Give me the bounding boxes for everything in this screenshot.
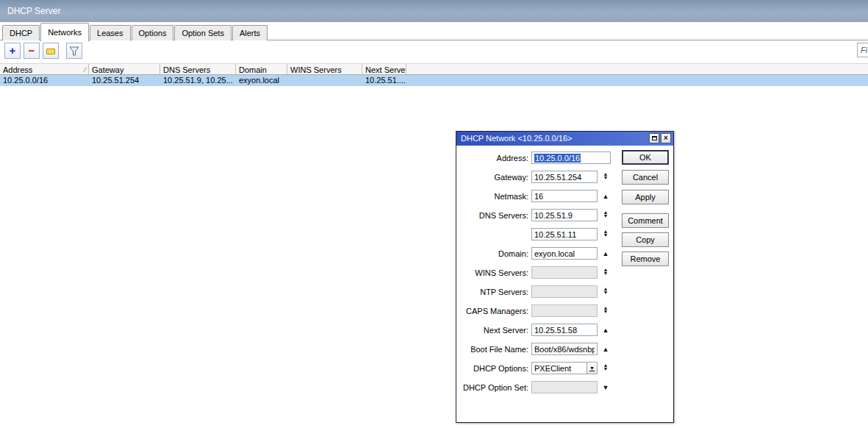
wins-servers-input[interactable] <box>531 266 598 279</box>
dhcp-options-input[interactable] <box>532 363 587 374</box>
remove-button[interactable]: Remove <box>622 252 669 266</box>
table-row[interactable]: 10.25.0.0/16 10.25.51.254 10.25.51.9, 10… <box>0 75 868 86</box>
cell-gateway: 10.25.51.254 <box>89 75 160 86</box>
field-row-wins-servers: WINS Servers: ▲ ▼ <box>456 266 673 279</box>
down-arrow-icon: ▼ <box>601 367 610 371</box>
collapse-arrow-icon[interactable]: ▲ <box>601 344 610 353</box>
down-arrow-icon: ▼ <box>601 214 610 218</box>
next-server-input[interactable] <box>531 324 598 336</box>
column-header-gateway[interactable]: Gateway <box>89 64 160 74</box>
updown-arrows[interactable]: ▲ ▼ <box>601 172 610 179</box>
down-arrow-icon: ▼ <box>601 290 610 294</box>
funnel-icon <box>69 46 79 57</box>
plus-icon: + <box>10 44 16 57</box>
down-arrow-icon: ▼ <box>601 310 610 313</box>
copy-button[interactable]: Copy <box>622 232 669 247</box>
updown-arrows[interactable]: ▲ ▼ <box>601 287 610 294</box>
gateway-input[interactable] <box>531 171 598 183</box>
tab-bar: DHCP Networks Leases Options Option Sets… <box>0 22 868 40</box>
field-row-ntp-servers: NTP Servers: ▲ ▼ <box>456 285 673 298</box>
updown-arrows[interactable]: ▲ ▼ <box>601 363 610 371</box>
column-header-wins-servers[interactable]: WINS Servers <box>287 64 362 74</box>
window-title: DHCP Server <box>7 6 60 16</box>
ok-button[interactable]: OK <box>622 150 669 165</box>
tab-leases[interactable]: Leases <box>90 25 130 40</box>
expand-arrow-icon[interactable]: ▼ <box>601 382 610 391</box>
netmask-input[interactable] <box>531 190 598 202</box>
tab-alerts[interactable]: Alerts <box>232 25 268 40</box>
dropdown-button[interactable]: ▼ <box>587 363 597 374</box>
field-row-dhcp-options: DHCP Options: ▼ ▲ ▼ <box>456 362 673 374</box>
column-header-domain[interactable]: Domain <box>236 64 287 74</box>
cell-domain: exyon.local <box>236 75 287 86</box>
toolbar: + − <box>0 41 868 62</box>
comment-button[interactable]: Comment <box>622 213 669 228</box>
down-arrow-icon: ▼ <box>601 176 610 179</box>
updown-arrows[interactable]: ▲ ▼ <box>601 306 610 313</box>
close-icon: × <box>664 134 668 142</box>
field-row-boot-file-name: Boot File Name: ▲ <box>456 343 673 355</box>
tab-options[interactable]: Options <box>132 25 174 40</box>
find-button[interactable]: Fi <box>857 43 868 57</box>
field-row-caps-managers: CAPS Managers: ▲ ▼ <box>456 304 673 317</box>
apply-button[interactable]: Apply <box>622 190 669 204</box>
dropdown-arrow-icon: ▼ <box>589 365 595 371</box>
updown-arrows[interactable]: ▲ ▼ <box>601 229 610 237</box>
collapse-arrow-icon[interactable]: ▲ <box>601 325 610 334</box>
comment-button[interactable] <box>43 43 59 59</box>
dhcp-server-window: { "window": { "title": "DHCP Server", "f… <box>0 0 868 428</box>
column-header-filler <box>406 64 868 74</box>
add-button[interactable]: + <box>4 43 21 59</box>
close-button[interactable]: × <box>661 133 671 143</box>
cancel-button[interactable]: Cancel <box>622 170 669 185</box>
comment-icon <box>46 49 55 54</box>
remove-button[interactable]: − <box>24 43 40 59</box>
window-titlebar[interactable]: DHCP Server <box>0 0 868 22</box>
boot-file-name-input[interactable] <box>531 343 598 355</box>
dns-servers-input-2[interactable] <box>531 228 598 240</box>
cell-wins-servers <box>287 75 362 86</box>
filter-button[interactable] <box>66 43 82 59</box>
collapse-arrow-icon[interactable]: ▲ <box>601 191 610 200</box>
dhcp-network-dialog: DHCP Network <10.25.0.0/16> × Address: 1… <box>456 131 674 423</box>
dialog-titlebar[interactable]: DHCP Network <10.25.0.0/16> <box>456 132 673 146</box>
collapse-arrow-icon[interactable]: ▲ <box>601 249 610 257</box>
sort-ascending-icon: ∕ <box>85 65 86 74</box>
updown-arrows[interactable]: ▲ ▼ <box>601 268 610 275</box>
cell-address: 10.25.0.0/16 <box>0 75 89 86</box>
dhcp-options-combo[interactable]: ▼ <box>531 362 598 374</box>
address-input[interactable]: 10.25.0.0/16 <box>531 151 611 164</box>
field-row-next-server: Next Server: ▲ <box>456 324 673 336</box>
ntp-servers-input[interactable] <box>531 285 598 298</box>
cell-filler <box>406 75 868 86</box>
column-header-dns-servers[interactable]: DNS Servers <box>160 64 236 74</box>
cell-dns-servers: 10.25.51.9, 10.25... <box>160 75 236 86</box>
down-arrow-icon: ▼ <box>601 271 610 275</box>
column-header-address[interactable]: Address ∕ <box>0 64 89 74</box>
dhcp-option-set-input[interactable] <box>531 381 598 393</box>
networks-table: Address ∕ Gateway DNS Servers Domain WIN… <box>0 63 868 86</box>
tab-networks[interactable]: Networks <box>40 23 89 41</box>
domain-input[interactable] <box>531 247 598 260</box>
down-arrow-icon: ▼ <box>601 233 610 237</box>
cell-next-server: 10.25.51.... <box>362 75 406 86</box>
table-header: Address ∕ Gateway DNS Servers Domain WIN… <box>0 63 868 75</box>
dialog-title: DHCP Network <10.25.0.0/16> <box>461 134 572 143</box>
tab-dhcp[interactable]: DHCP <box>2 25 40 40</box>
tab-option-sets[interactable]: Option Sets <box>174 25 231 40</box>
column-header-next-server[interactable]: Next Server <box>362 64 406 74</box>
caps-managers-input[interactable] <box>531 304 598 317</box>
restore-icon <box>652 136 657 140</box>
field-row-dhcp-option-set: DHCP Option Set: ▼ <box>456 381 673 393</box>
updown-arrows[interactable]: ▲ ▼ <box>601 210 610 218</box>
dns-servers-input-1[interactable] <box>531 209 598 221</box>
minus-icon: − <box>29 44 35 57</box>
restore-button[interactable] <box>649 133 659 143</box>
